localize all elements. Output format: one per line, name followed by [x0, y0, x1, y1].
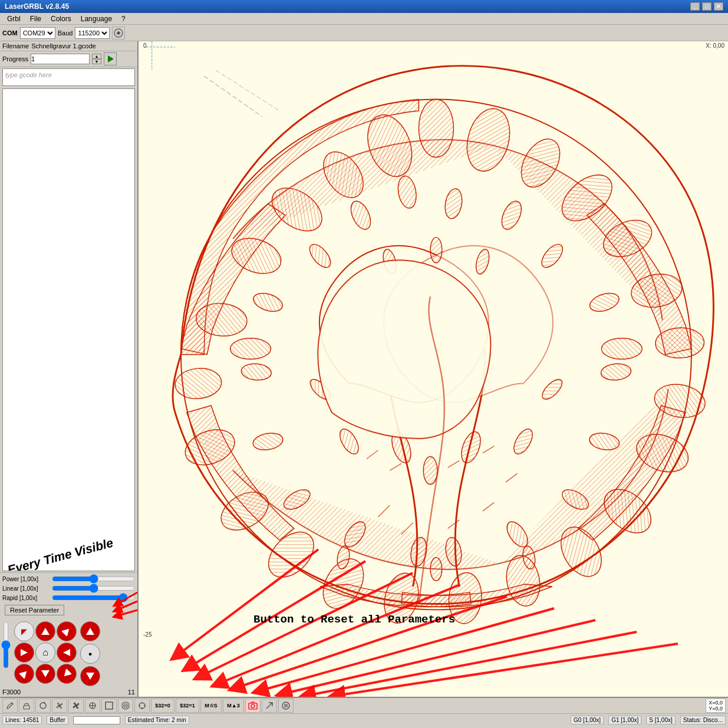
linear-slider[interactable] [52, 585, 135, 592]
connection-toolbar: COM COM29 COM1 COM3 Baud 115200 9600 576… [0, 25, 728, 41]
svg-point-78 [430, 558, 442, 581]
move-down-button[interactable] [35, 664, 55, 684]
svg-marker-11 [19, 669, 29, 678]
minimize-button[interactable]: _ [690, 2, 700, 11]
connection-status: Status: Disco... [680, 716, 726, 724]
file-row: Filename Schnellgravur 1.gcode [0, 41, 137, 51]
spin-down[interactable]: ▼ [92, 59, 101, 64]
run-button[interactable] [104, 52, 117, 65]
rotate-button[interactable] [35, 699, 51, 713]
camera-button[interactable] [245, 699, 261, 713]
svg-marker-14 [86, 628, 94, 635]
svg-marker-12 [41, 670, 50, 677]
menu-file[interactable]: File [25, 14, 46, 24]
draw-tool-button[interactable] [2, 699, 18, 713]
main-layout: Filename Schnellgravur 1.gcode Progress … [0, 41, 728, 697]
spin-up[interactable]: ▲ [92, 54, 101, 59]
vertical-slider-container [0, 619, 12, 671]
fan2-button[interactable] [68, 699, 84, 713]
progress-spinner: ▲ ▼ [92, 54, 101, 64]
menu-colors[interactable]: Colors [46, 14, 76, 24]
control-area: ◤ ⌂ [0, 619, 137, 697]
svg-point-93 [40, 703, 46, 709]
close-button[interactable]: ✕ [714, 2, 723, 11]
com-port-select[interactable]: COM29 COM1 COM3 [20, 27, 55, 39]
svg-rect-99 [106, 702, 113, 709]
power-label: Power [1,00x] [2, 576, 50, 582]
move-up-left-button[interactable]: ◤ [14, 621, 34, 641]
s-status: S [1,00x] [646, 716, 675, 724]
console-area: Every Time Visible [2, 88, 135, 571]
extra-down-button[interactable] [80, 666, 100, 686]
y-axis-minus25: -25 [143, 631, 151, 638]
svg-point-109 [251, 704, 255, 708]
move-down-right-button[interactable] [57, 664, 77, 684]
svg-rect-92 [24, 706, 29, 709]
connect-button[interactable] [112, 27, 125, 39]
filename-label: Filename [2, 42, 29, 50]
move-up-right-button[interactable] [57, 621, 77, 641]
design-canvas [139, 41, 728, 697]
menu-grbl[interactable]: Grbl [2, 14, 25, 24]
y-coord: Y=0,0 [709, 706, 723, 711]
stop-button[interactable] [278, 699, 294, 713]
svg-marker-2 [108, 55, 114, 62]
progress-label: Progress [2, 55, 28, 62]
com-label: COM [2, 29, 18, 37]
window-controls: _ □ ✕ [690, 2, 723, 11]
m-up-3-button[interactable]: M▲3 [223, 699, 244, 713]
maximize-button[interactable]: □ [702, 2, 711, 11]
sliders-section: Power [1,00x] Linear [1,00x] Rapid [1,00… [0, 572, 137, 619]
rapid-label: Rapid [1,00x] [2, 595, 50, 601]
svg-point-64 [230, 338, 271, 359]
baud-rate-select[interactable]: 115200 9600 57600 [75, 27, 110, 39]
m-star-s-button[interactable]: M☆S [200, 699, 222, 713]
direction-pad: ◤ ⌂ [12, 619, 79, 686]
move-left-button[interactable] [14, 643, 34, 663]
progress-bar [73, 716, 120, 724]
svg-point-1 [117, 32, 120, 34]
home-button[interactable]: ⌂ [35, 643, 55, 663]
svg-marker-7 [41, 628, 50, 635]
menu-bar: Grbl File Colors Language ? [0, 13, 728, 25]
svg-point-68 [423, 457, 437, 485]
rapid-slider[interactable] [52, 594, 135, 601]
estimated-time: Estimated Time: 2 min [125, 716, 189, 724]
lines-count: Lines: 14581 [2, 716, 42, 724]
speed-display: F3000 [2, 689, 21, 696]
left-panel: Filename Schnellgravur 1.gcode Progress … [0, 41, 139, 697]
dollar32-1-button[interactable]: $32=1 [176, 699, 199, 713]
title-bar: LaserGRBL v2.8.45 _ □ ✕ [0, 0, 728, 13]
dollar32-0-button[interactable]: $32=0 [151, 699, 174, 713]
move-right-button[interactable] [57, 643, 77, 663]
filename-value: Schnellgravur 1.gcode [31, 42, 95, 50]
bottom-toolbar: $32=0 $32=1 M☆S M▲3 X=0,0 Y=0,0 [0, 697, 728, 713]
gear-target-button[interactable] [134, 699, 150, 713]
x-coord-display: X: 0,00 [706, 42, 724, 49]
annotation-every-time-visible: Every Time Visible [5, 533, 115, 571]
controls-row: ◤ ⌂ [0, 619, 137, 689]
svg-marker-15 [86, 673, 94, 680]
menu-help[interactable]: ? [117, 14, 130, 24]
move-up-button[interactable] [35, 621, 55, 641]
fan-button[interactable] [52, 699, 67, 713]
extra-center-button[interactable]: ● [80, 644, 100, 664]
move-down-left-button[interactable] [14, 664, 34, 684]
svg-marker-10 [63, 649, 70, 656]
canvas-area: 0 -25 X: 0,00 [139, 41, 728, 697]
svg-marker-9 [21, 649, 28, 656]
g0-status: G0 [1,00x] [571, 716, 604, 724]
menu-language[interactable]: Language [76, 14, 117, 24]
app-title: LaserGRBL v2.8.45 [5, 2, 69, 11]
reset-parameter-button[interactable]: Reset Parameter [5, 605, 64, 615]
power-slider[interactable] [52, 575, 135, 582]
extra-up-button[interactable] [80, 621, 100, 641]
progress-input[interactable] [31, 54, 90, 64]
vertical-slider[interactable] [1, 621, 11, 668]
frame-button[interactable] [101, 699, 117, 713]
target-button[interactable] [118, 699, 133, 713]
lock-button[interactable] [19, 699, 34, 713]
arrow-up-right-button[interactable] [262, 699, 277, 713]
crosshair-button[interactable] [85, 699, 100, 713]
svg-point-65 [601, 338, 642, 359]
